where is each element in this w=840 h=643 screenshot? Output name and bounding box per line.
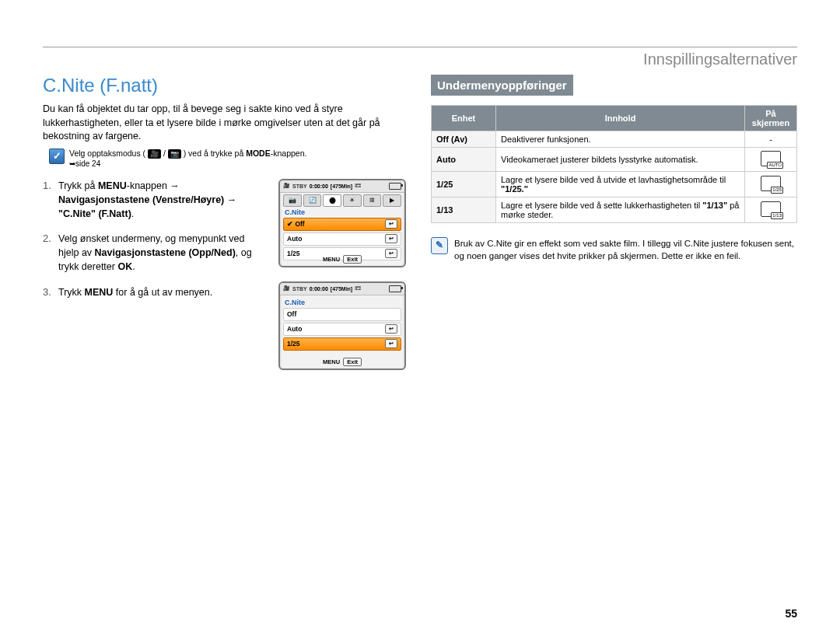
section-title: C.Nite (F.natt) xyxy=(43,75,409,96)
tab-icon: ☀ xyxy=(343,194,362,207)
row-unit: Auto xyxy=(432,148,496,172)
menu-title: C.Nite xyxy=(280,299,404,308)
photo-icon: 📷 xyxy=(168,149,181,159)
note-text: Bruk av C.Nite gir en effekt som ved sak… xyxy=(454,237,797,262)
tab-icon: 📷 xyxy=(283,194,302,207)
th-onscreen: På skjermen xyxy=(745,106,797,131)
row-unit: 1/25 xyxy=(432,172,496,197)
page-header: Innspillingsalternativer xyxy=(43,51,797,70)
check-icon: ✓ xyxy=(49,149,65,164)
page-ref: ➥side 24 xyxy=(69,159,100,168)
row-icon xyxy=(745,197,797,223)
menu-item: Auto↩ xyxy=(283,232,401,246)
intro-paragraph: Du kan få objektet du tar opp, til å bev… xyxy=(43,103,409,144)
battery-icon xyxy=(389,285,401,292)
step-1: Trykk på MENU-knappen → Navigasjonstaste… xyxy=(43,179,268,221)
note-icon: ✎ xyxy=(431,237,448,254)
step-2: Velg ønsket undermeny, og menypunkt ved … xyxy=(43,232,268,274)
menu-item: Off xyxy=(283,308,401,321)
row-content: Lagre et lysere bilde ved å utvide et la… xyxy=(496,172,745,197)
battery-icon xyxy=(389,183,401,190)
mode-note: Velg opptaksmodus ( 🎥 / 📷 ) ved å trykke… xyxy=(69,149,306,169)
tab-icon: ⊞ xyxy=(363,194,382,207)
menu-item: Auto↩ xyxy=(283,323,401,336)
row-unit: Off (Av) xyxy=(432,131,496,148)
menu-item: 1/25↩ xyxy=(283,337,401,351)
row-content: Lagre et lysere bilde ved å sette lukker… xyxy=(496,197,745,223)
menu-title: C.Nite xyxy=(280,208,404,218)
step-3: Trykk MENU for å gå ut av menyen. xyxy=(43,285,268,299)
spec-table: Enhet Innhold På skjermen Off (Av) Deakt… xyxy=(431,105,797,223)
page-number: 55 xyxy=(785,607,797,620)
th-unit: Enhet xyxy=(432,106,496,131)
row-content: Deaktiverer funksjonen. xyxy=(496,131,745,148)
video-icon: 🎥 xyxy=(148,149,161,159)
menu-item: ✔ Off↩ xyxy=(283,218,401,231)
lcd-screenshot-1: 🎥 STBY 0:00:00 [475Min] 📼 📷 🔄 ⬤ ☀ xyxy=(278,179,406,267)
th-content: Innhold xyxy=(496,106,745,131)
row-unit: 1/13 xyxy=(432,197,496,223)
tab-icon: 🔄 xyxy=(303,194,322,207)
row-icon xyxy=(745,172,797,197)
lcd-screenshot-2: 🎥 STBY 0:00:00 [475Min] 📼 C.Nite Off Aut… xyxy=(278,281,406,370)
row-icon xyxy=(745,148,797,172)
submenu-header: Undermenyoppføringer xyxy=(431,75,573,96)
tab-icon: ⬤ xyxy=(323,194,341,207)
row-icon: - xyxy=(745,131,797,148)
tab-icon: ▶ xyxy=(383,194,401,207)
row-content: Videokameraet justerer bildets lysstyrke… xyxy=(496,148,745,172)
